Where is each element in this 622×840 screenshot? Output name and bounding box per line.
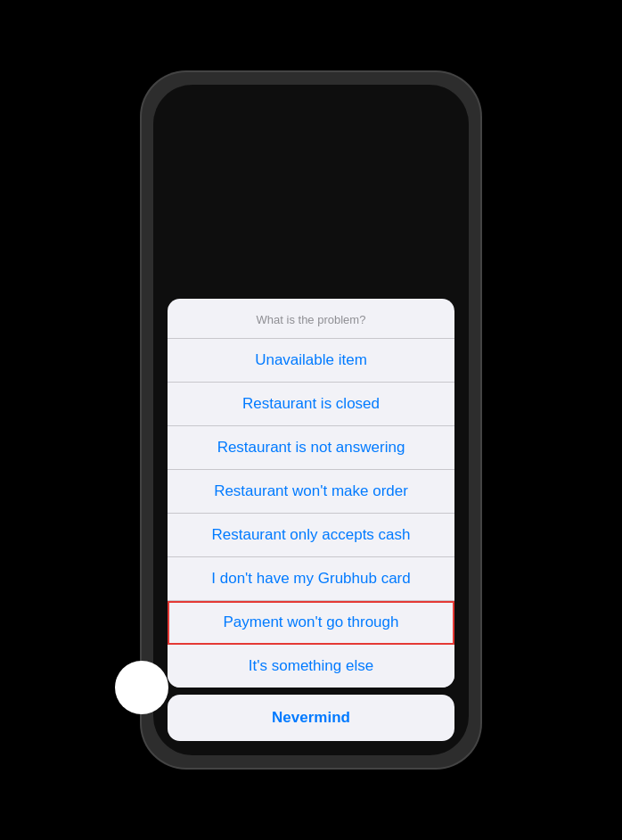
white-circle-decoration <box>115 661 168 714</box>
problem-menu-sheet: What is the problem? Unavailable item Re… <box>168 299 454 688</box>
menu-item-no-grubhub[interactable]: I don't have my Grubhub card <box>168 557 454 601</box>
menu-item-unavailable[interactable]: Unavailable item <box>168 339 454 383</box>
menu-item-label: Restaurant won't make order <box>214 482 408 499</box>
menu-item-label: Payment won't go through <box>224 614 399 630</box>
menu-item-payment[interactable]: Payment won't go through <box>168 601 454 645</box>
nevermind-button[interactable]: Nevermind <box>168 695 454 741</box>
menu-item-label: I don't have my Grubhub card <box>211 570 410 587</box>
menu-item-wont-make[interactable]: Restaurant won't make order <box>168 470 454 514</box>
phone-screen: What is the problem? Unavailable item Re… <box>153 85 469 755</box>
menu-item-not-answering[interactable]: Restaurant is not answering <box>168 426 454 470</box>
menu-item-label: Unavailable item <box>255 351 367 368</box>
phone-frame: What is the problem? Unavailable item Re… <box>142 72 480 768</box>
menu-item-label: It's something else <box>249 657 373 674</box>
menu-item-closed[interactable]: Restaurant is closed <box>168 383 454 426</box>
modal-container: What is the problem? Unavailable item Re… <box>153 299 469 755</box>
menu-item-something-else[interactable]: It's something else <box>168 645 454 688</box>
menu-item-label: Restaurant is not answering <box>217 439 405 456</box>
nevermind-label: Nevermind <box>272 709 350 726</box>
menu-header: What is the problem? <box>168 299 454 339</box>
menu-item-label: Restaurant only accepts cash <box>211 526 410 543</box>
menu-item-cash-only[interactable]: Restaurant only accepts cash <box>168 514 454 557</box>
menu-item-label: Restaurant is closed <box>242 395 380 412</box>
menu-header-text: What is the problem? <box>257 313 366 326</box>
screen-content: What is the problem? Unavailable item Re… <box>153 85 469 755</box>
